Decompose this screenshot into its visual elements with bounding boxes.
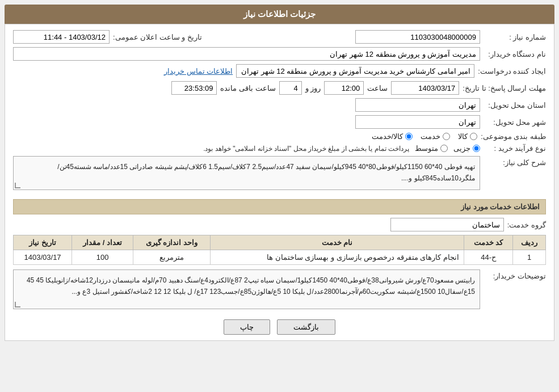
col-service-name: نام خدمت (210, 235, 464, 250)
col-service-code: کد خدمت (464, 235, 513, 250)
buyer-notes-text: رابیتس مسعود70ع/ورش شیروانی38ع/فوطی40*40… (27, 276, 475, 296)
contact-link[interactable]: اطلاعات تماس خریدار (164, 67, 233, 75)
category-label: طبقه بندی موضوعی: (481, 132, 546, 141)
col-unit: واحد اندازه گیری (133, 235, 210, 250)
category-khadamat-option[interactable]: خدمت (421, 132, 450, 141)
response-deadline-row: مهلت ارسال پاسخ: تا تاریخ: ساعت روز و سا… (13, 81, 546, 95)
services-section-header: اطلاعات خدمات مورد نیاز (13, 199, 546, 214)
category-kala-khadamat-option[interactable]: کالا/خدمت (372, 132, 413, 141)
purchase-type-options: جزیی متوسط پرداخت تمام یا بخشی از مبلغ خ… (203, 144, 480, 153)
creator-input[interactable] (236, 64, 474, 78)
need-number-input[interactable] (355, 30, 480, 44)
remaining-time-input[interactable] (171, 81, 217, 95)
time-label: ساعت (367, 84, 388, 92)
response-deadline-label: مهلت ارسال پاسخ: تا تاریخ: (463, 84, 546, 92)
purchase-motavasset-option[interactable]: متوسط (415, 144, 448, 153)
service-group-row: گروه خدمت: (13, 218, 546, 231)
cell-qty: 100 (72, 250, 133, 265)
response-days-input[interactable] (279, 81, 302, 95)
service-group-input[interactable] (390, 218, 504, 231)
table-row: 1 ح-44 انجام کارهای متفرقه درخصوص بازساز… (14, 250, 546, 265)
services-table: ردیف کد خدمت نام خدمت واحد اندازه گیری ت… (13, 235, 546, 265)
days-label: روز و (305, 84, 321, 92)
buyer-org-input[interactable] (13, 47, 480, 61)
buttons-row: بازگشت چاپ (13, 319, 546, 335)
remaining-label: ساعت باقی مانده (220, 84, 275, 92)
response-time-input[interactable] (324, 81, 364, 95)
print-button[interactable]: چاپ (224, 319, 270, 335)
col-qty: تعداد / مقدار (72, 235, 133, 250)
cell-unit: مترمربع (133, 250, 210, 265)
need-description-label: شرح کلی نیاز: (484, 156, 546, 167)
province-label: استان محل تحویل: (484, 101, 546, 109)
page-title: جزئیات اطلاعات نیاز (243, 9, 316, 19)
creator-label: ایجاد کننده درخواست: (478, 67, 546, 75)
province-input[interactable] (355, 98, 480, 112)
category-radio-group: کالا خدمت کالا/خدمت (372, 132, 478, 141)
buyer-org-row: نام دستگاه خریدار: (13, 47, 546, 61)
buyer-notes-label: توضیحات خریدار: (484, 269, 546, 280)
cell-date: 1403/03/17 (14, 250, 72, 265)
province-row: استان محل تحویل: (13, 98, 546, 112)
category-kala-option[interactable]: کالا (458, 132, 477, 141)
creator-row: ایجاد کننده درخواست: اطلاعات تماس خریدار (13, 64, 546, 78)
col-row-num: ردیف (513, 235, 546, 250)
col-date: تاریخ نیاز (14, 235, 72, 250)
announcement-date-label: تاریخ و ساعت اعلان عمومی: (113, 33, 202, 41)
buyer-notes-box: رابیتس مسعود70ع/ورش شیروانی38ع/فوطی40*40… (13, 269, 480, 309)
response-date-input[interactable] (391, 81, 459, 95)
city-row: شهر محل تحویل: (13, 115, 546, 129)
buyer-notes-row: توضیحات خریدار: رابیتس مسعود70ع/ورش شیرو… (13, 269, 546, 315)
purchase-type-row: نوع فرآیند خرید : جزیی متوسط پرداخت تمام… (13, 144, 546, 153)
announcement-date-input[interactable] (13, 30, 110, 44)
buyer-notes-resize[interactable] (15, 302, 20, 307)
page-header: جزئیات اطلاعات نیاز (5, 5, 554, 24)
purchase-note: پرداخت تمام یا بخشی از مبلغ خریداز محل "… (203, 145, 409, 153)
resize-handle[interactable] (15, 183, 20, 188)
purchase-type-label: نوع فرآیند خرید : (484, 144, 546, 153)
cell-service-code: ح-44 (464, 250, 513, 265)
need-description-row: شرح کلی نیاز: تهیه فوطی 40*60 1150کیلو/ف… (13, 156, 546, 195)
purchase-jozyi-option[interactable]: جزیی (453, 144, 480, 153)
category-row: طبقه بندی موضوعی: کالا خدمت کالا/خدمت (13, 132, 546, 141)
city-label: شهر محل تحویل: (484, 118, 546, 127)
cell-row-num: 1 (513, 250, 546, 265)
back-button[interactable]: بازگشت (277, 319, 335, 335)
services-table-container: ردیف کد خدمت نام خدمت واحد اندازه گیری ت… (13, 235, 546, 265)
cell-service-name: انجام کارهای متفرقه درخصوص بازسازی و بهس… (210, 250, 464, 265)
buyer-org-label: نام دستگاه خریدار: (484, 50, 546, 58)
need-description-box: تهیه فوطی 40*60 1150کیلو/فوطی80*40 945کی… (13, 156, 480, 190)
need-number-label: شماره نیاز : (484, 33, 546, 41)
service-group-label: گروه خدمت: (507, 221, 546, 229)
need-number-row: شماره نیاز : تاریخ و ساعت اعلان عمومی: (13, 30, 546, 44)
need-description-text: تهیه فوطی 40*60 1150کیلو/فوطی80*40 945کی… (57, 163, 475, 182)
city-input[interactable] (355, 115, 480, 129)
